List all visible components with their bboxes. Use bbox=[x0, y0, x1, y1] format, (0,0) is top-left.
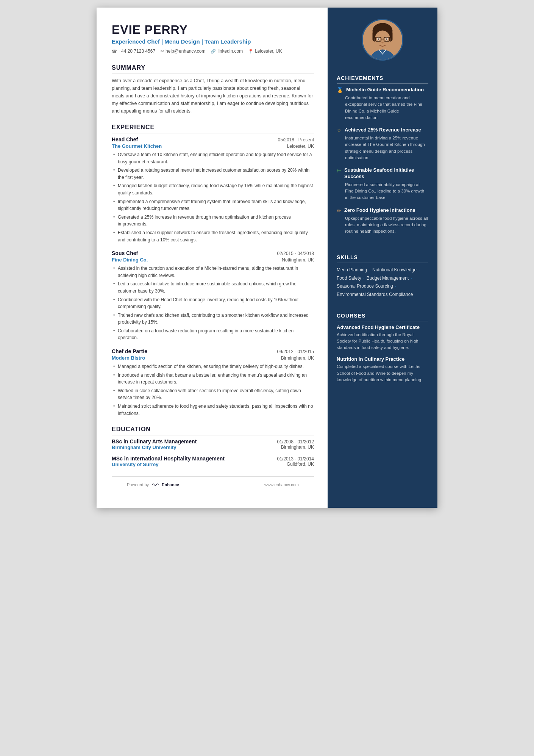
skill-separator: · bbox=[362, 275, 366, 281]
job-entry-2: Sous Chef 02/2015 - 04/2018 Fine Dining … bbox=[112, 250, 314, 341]
job-location-1: Leicester, UK bbox=[287, 144, 314, 149]
edu-degree-2: MSc in International Hospitality Managem… bbox=[112, 455, 225, 462]
achievement-header-3: ⊢ Sustainable Seafood Initiative Success bbox=[337, 167, 428, 180]
bullet-item: Led a successful initiative to introduce… bbox=[112, 280, 314, 294]
course-title-1: Advanced Food Hygiene Certificate bbox=[337, 324, 428, 330]
company-name-1: The Gourmet Kitchen bbox=[112, 143, 162, 149]
education-section: EDUCATION BSc in Culinary Arts Managemen… bbox=[112, 426, 314, 467]
job-title-3: Chef de Partie bbox=[112, 348, 147, 354]
skill-item: Budget Management bbox=[367, 275, 409, 281]
skill-item: Nutritional Knowledge bbox=[372, 267, 417, 272]
avatar-svg bbox=[363, 20, 402, 59]
candidate-name: EVIE PERRY bbox=[112, 23, 314, 37]
achievement-desc-2: Instrumental in driving a 25% revenue in… bbox=[337, 135, 428, 161]
job-header-3: Chef de Partie 09/2012 - 01/2015 bbox=[112, 348, 314, 354]
footer-logo: Powered by Enhancv bbox=[127, 482, 179, 487]
skill-item: Menu Planning bbox=[337, 267, 367, 272]
medal-icon: 🏅 bbox=[337, 87, 343, 93]
education-title: EDUCATION bbox=[112, 426, 314, 435]
achievement-item-3: ⊢ Sustainable Seafood Initiative Success… bbox=[337, 167, 428, 201]
skill-separator: · bbox=[409, 275, 412, 281]
right-column: ACHIEVEMENTS 🏅 Michelin Guide Recommenda… bbox=[328, 8, 437, 508]
edu-location-1: Birmingham, UK bbox=[281, 445, 314, 450]
company-name-3: Modern Bistro bbox=[112, 355, 145, 361]
linkedin-contact[interactable]: 🔗 linkedin.com bbox=[211, 49, 243, 54]
course-desc-1: Achieved certification through the Royal… bbox=[337, 332, 428, 351]
bullet-item: Assisted in the curation and execution o… bbox=[112, 265, 314, 279]
bullet-item: Collaborated on a food waste reduction p… bbox=[112, 327, 314, 341]
summary-section: SUMMARY With over a decade of experience… bbox=[112, 64, 314, 115]
achievement-header-1: 🏅 Michelin Guide Recommendation bbox=[337, 87, 428, 93]
edu-school-row-1: Birmingham City University Birmingham, U… bbox=[112, 445, 314, 450]
achievement-title-1: Michelin Guide Recommendation bbox=[346, 87, 424, 93]
edu-header-1: BSc in Culinary Arts Management 01/2008 … bbox=[112, 438, 314, 445]
email-contact: ✉ help@enhancv.com bbox=[161, 49, 205, 54]
job-location-2: Nottingham, UK bbox=[282, 257, 314, 263]
achievement-title-4: Zero Food Hygiene Infractions bbox=[344, 207, 415, 214]
header-section: EVIE PERRY Experienced Chef | Menu Desig… bbox=[112, 23, 314, 54]
edu-location-2: Guildford, UK bbox=[287, 462, 314, 467]
achievements-title: ACHIEVEMENTS bbox=[337, 75, 428, 84]
edu-school-1: Birmingham City University bbox=[112, 445, 176, 450]
job-title-1: Head Chef bbox=[112, 136, 138, 142]
location-contact: 📍 Leicester, UK bbox=[248, 49, 282, 54]
achievement-desc-3: Pioneered a sustainability campaign at F… bbox=[337, 182, 428, 201]
bullet-item: Worked in close collaboration with other… bbox=[112, 387, 314, 401]
location-icon: 📍 bbox=[248, 49, 253, 54]
bullet-item: Developed a rotating seasonal menu that … bbox=[112, 167, 314, 181]
achievements-section: ACHIEVEMENTS 🏅 Michelin Guide Recommenda… bbox=[328, 68, 437, 247]
job-header-2: Sous Chef 02/2015 - 04/2018 bbox=[112, 250, 314, 256]
achievement-desc-4: Upkept impeccable food hygiene across al… bbox=[337, 215, 428, 235]
email-icon: ✉ bbox=[161, 49, 164, 54]
profile-photo-area bbox=[328, 8, 437, 68]
summary-title: SUMMARY bbox=[112, 64, 314, 74]
achievement-title-2: Achieved 25% Revenue Increase bbox=[345, 127, 421, 133]
linkedin-url: linkedin.com bbox=[217, 49, 243, 54]
edu-dates-2: 01/2013 - 01/2014 bbox=[277, 456, 314, 462]
skill-item: Seasonal Produce Sourcing bbox=[337, 283, 393, 289]
bullet-item: Generated a 25% increase in revenue thro… bbox=[112, 214, 314, 228]
skill-separator: · bbox=[394, 283, 397, 289]
skills-section: SKILLS Menu Planning · Nutritional Knowl… bbox=[328, 247, 437, 305]
edu-school-row-2: University of Surrey Guildford, UK bbox=[112, 462, 314, 467]
skills-title: SKILLS bbox=[337, 254, 428, 263]
company-name-2: Fine Dining Co. bbox=[112, 257, 148, 263]
job-company-row-1: The Gourmet Kitchen Leicester, UK bbox=[112, 143, 314, 149]
achievement-item-4: ✏ Zero Food Hygiene Infractions Upkept i… bbox=[337, 207, 428, 235]
bullet-item: Introduced a novel dish that became a be… bbox=[112, 372, 314, 386]
bullet-item: Oversaw a team of 10 kitchen staff, ensu… bbox=[112, 151, 314, 165]
pencil-icon: ✏ bbox=[337, 208, 341, 214]
footer-bar: Powered by Enhancv www.enhancv.com bbox=[112, 476, 314, 493]
course-item-2: Nutrition in Culinary Practice Completed… bbox=[337, 356, 428, 383]
edu-entry-2: MSc in International Hospitality Managem… bbox=[112, 455, 314, 467]
job-bullets-1: Oversaw a team of 10 kitchen staff, ensu… bbox=[112, 151, 314, 243]
footer-website: www.enhancv.com bbox=[264, 482, 299, 487]
edu-header-2: MSc in International Hospitality Managem… bbox=[112, 455, 314, 462]
edu-entry-1: BSc in Culinary Arts Management 01/2008 … bbox=[112, 438, 314, 450]
job-company-row-2: Fine Dining Co. Nottingham, UK bbox=[112, 257, 314, 263]
powered-by-text: Powered by bbox=[127, 482, 149, 487]
location-text: Leicester, UK bbox=[255, 49, 282, 54]
courses-section: COURSES Advanced Food Hygiene Certificat… bbox=[328, 306, 437, 396]
job-header-1: Head Chef 05/2018 - Present bbox=[112, 136, 314, 142]
experience-section: EXPERIENCE Head Chef 05/2018 - Present T… bbox=[112, 124, 314, 417]
course-title-2: Nutrition in Culinary Practice bbox=[337, 356, 428, 362]
job-bullets-2: Assisted in the curation and execution o… bbox=[112, 265, 314, 341]
skill-item: Environmental Standards Compliance bbox=[337, 292, 413, 297]
course-desc-2: Completed a specialised course with Leit… bbox=[337, 363, 428, 383]
achievement-item-1: 🏅 Michelin Guide Recommendation Contribu… bbox=[337, 87, 428, 121]
job-bullets-3: Managed a specific section of the kitche… bbox=[112, 363, 314, 417]
email-address: help@enhancv.com bbox=[166, 49, 205, 54]
achievement-desc-1: Contributed to menu creation and excepti… bbox=[337, 95, 428, 121]
summary-text: With over a decade of experience as a Ch… bbox=[112, 77, 314, 115]
contact-info: ☎ +44 20 7123 4567 ✉ help@enhancv.com 🔗 … bbox=[112, 49, 314, 54]
experience-title: EXPERIENCE bbox=[112, 124, 314, 133]
svg-point-10 bbox=[378, 38, 379, 40]
brand-name: Enhancv bbox=[162, 482, 179, 487]
phone-number: +44 20 7123 4567 bbox=[119, 49, 155, 54]
edu-dates-1: 01/2008 - 01/2012 bbox=[277, 439, 314, 445]
achievement-header-4: ✏ Zero Food Hygiene Infractions bbox=[337, 207, 428, 214]
bullet-item: Implemented a comprehensive staff traini… bbox=[112, 198, 314, 212]
skill-separator: · bbox=[417, 267, 420, 272]
bullet-item: Trained new chefs and kitchen staff, con… bbox=[112, 312, 314, 326]
